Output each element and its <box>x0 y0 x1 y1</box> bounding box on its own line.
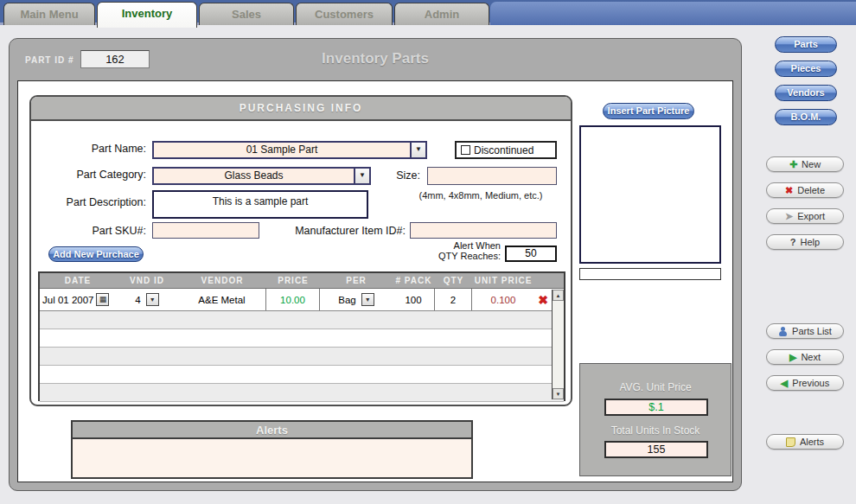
size-hint: (4mm, 4x8mm, Medium, etc.) <box>394 190 567 201</box>
tab-main-menu[interactable]: Main Menu <box>3 3 95 25</box>
chevron-down-icon[interactable]: ▼ <box>146 293 159 306</box>
avg-unit-price-label: AVG. Unit Price <box>580 381 731 393</box>
panel-body: PURCHASING INFO Part Name: 01 Sample Par… <box>17 80 733 482</box>
bom-button[interactable]: B.O.M. <box>775 109 837 125</box>
part-description-field[interactable]: This is a sample part <box>152 190 368 219</box>
chevron-down-icon[interactable]: ▼ <box>361 293 374 306</box>
purchases-table-header: DATE VND ID VENDOR PRICE PER # PACK QTY … <box>40 273 564 289</box>
alert-when-line2: QTY Reaches: <box>414 251 501 261</box>
previous-button[interactable]: ◀ Previous <box>766 375 844 391</box>
pack-cell[interactable]: 100 <box>393 289 435 310</box>
new-button[interactable]: ✚ New <box>766 156 844 172</box>
arrow-right-icon: ▶ <box>789 353 796 362</box>
picture-caption-field[interactable] <box>579 268 721 280</box>
export-button[interactable]: ➤ Export <box>766 208 844 224</box>
scroll-up-icon[interactable]: ▲ <box>553 290 564 301</box>
part-name-combo[interactable]: 01 Sample Part ▼ <box>152 141 427 159</box>
col-unit-price: UNIT PRICE <box>472 273 534 288</box>
pieces-button[interactable]: Pieces <box>775 61 837 77</box>
export-arrow-icon: ➤ <box>785 212 793 221</box>
chevron-down-icon[interactable]: ▼ <box>354 169 369 183</box>
insert-part-picture-button[interactable]: Insert Part Picture <box>603 103 694 119</box>
tab-admin[interactable]: Admin <box>394 3 489 25</box>
export-button-label: Export <box>797 211 825 221</box>
empty-table-row <box>40 366 564 384</box>
part-name-label: Part Name: <box>40 143 146 155</box>
delete-button-label: Delete <box>797 185 825 195</box>
alert-qty-field[interactable]: 50 <box>505 246 557 262</box>
tab-inventory[interactable]: Inventory <box>97 2 197 28</box>
col-vnd-id: VND ID <box>116 273 178 288</box>
arrow-left-icon: ◀ <box>781 379 788 388</box>
purchasing-info-group: PURCHASING INFO Part Name: 01 Sample Par… <box>29 95 572 406</box>
per-value: Bag <box>338 295 355 305</box>
total-units-field: 155 <box>604 441 708 458</box>
calendar-icon[interactable]: ▦ <box>96 293 109 306</box>
col-date: DATE <box>40 273 116 288</box>
alerts-content-field[interactable] <box>71 439 473 479</box>
delete-x-icon: ✖ <box>785 186 793 195</box>
size-field[interactable] <box>427 167 557 185</box>
panel-header: PART ID # 162 Inventory Parts <box>10 39 741 80</box>
discontinued-checkbox[interactable]: Discontinued <box>455 141 557 159</box>
unit-price-cell[interactable]: 0.100 <box>472 289 534 310</box>
vnd-id-cell[interactable]: 4 ▼ <box>116 289 178 310</box>
alerts-button-label: Alerts <box>800 437 824 447</box>
alert-when-label: Alert When QTY Reaches: <box>414 240 501 261</box>
table-scrollbar[interactable]: ▲ ▼ <box>552 290 564 399</box>
next-button[interactable]: ▶ Next <box>766 349 844 365</box>
empty-table-row <box>40 311 564 329</box>
part-description-label: Part Description: <box>40 196 146 208</box>
col-qty: QTY <box>435 273 472 288</box>
help-button[interactable]: ? Help <box>766 234 844 250</box>
parts-list-button-label: Parts List <box>792 326 832 336</box>
size-label: Size: <box>377 169 420 182</box>
delete-button[interactable]: ✖ Delete <box>766 182 844 198</box>
plus-icon: ✚ <box>789 160 797 169</box>
part-category-label: Part Category: <box>40 169 146 181</box>
note-icon <box>786 437 795 447</box>
parts-button[interactable]: Parts <box>775 36 837 53</box>
part-sku-label: Part SKU#: <box>40 225 146 237</box>
parts-list-button[interactable]: Parts List <box>766 323 844 339</box>
qty-cell[interactable]: 2 <box>435 289 472 310</box>
vendor-cell[interactable]: A&E Metal <box>178 289 266 310</box>
alerts-section-title: Alerts <box>71 420 473 439</box>
discontinued-label: Discontinued <box>474 144 533 156</box>
purchasing-info-title: PURCHASING INFO <box>31 97 571 121</box>
vendors-button[interactable]: Vendors <box>775 85 837 101</box>
empty-table-row <box>40 348 564 366</box>
purchase-date-value: Jul 01 2007 <box>42 295 93 305</box>
scroll-down-icon[interactable]: ▼ <box>553 388 564 399</box>
add-new-purchase-button[interactable]: Add New Purchace <box>48 246 144 262</box>
part-picture-box[interactable] <box>579 125 721 264</box>
next-button-label: Next <box>801 352 821 362</box>
empty-table-row <box>40 329 564 348</box>
col-price: PRICE <box>266 273 320 288</box>
per-cell[interactable]: Bag ▼ <box>320 289 393 310</box>
col-per: PER <box>320 273 393 288</box>
part-category-value: Glass Beads <box>154 169 354 183</box>
page-title: Inventory Parts <box>10 50 741 67</box>
manufacturer-item-label: Manufacturer Item ID#: <box>274 225 406 237</box>
manufacturer-item-field[interactable] <box>410 222 557 239</box>
price-cell[interactable]: 10.00 <box>266 289 320 310</box>
alerts-button[interactable]: Alerts <box>766 434 844 450</box>
tab-sales[interactable]: Sales <box>199 3 294 25</box>
person-icon <box>778 327 788 336</box>
part-category-combo[interactable]: Glass Beads ▼ <box>152 167 371 185</box>
empty-table-row <box>40 384 564 402</box>
question-icon: ? <box>790 238 796 247</box>
table-row: Jul 01 2007 ▦ 4 ▼ A&E Metal 10.00 Bag ▼ <box>40 289 564 311</box>
part-sku-field[interactable] <box>152 222 259 239</box>
part-name-value: 01 Sample Part <box>154 143 410 157</box>
purchase-date-cell[interactable]: Jul 01 2007 ▦ <box>40 289 116 310</box>
stats-box: AVG. Unit Price $.1 Total Units In Stock… <box>579 363 731 476</box>
checkbox-icon[interactable] <box>461 145 470 155</box>
tab-customers[interactable]: Customers <box>296 3 393 25</box>
purchases-table: DATE VND ID VENDOR PRICE PER # PACK QTY … <box>38 271 565 401</box>
delete-row-icon[interactable]: ✖ <box>534 289 552 310</box>
app-window: Main Menu Inventory Sales Customers Admi… <box>0 0 856 504</box>
tabbar-spacer <box>490 2 856 25</box>
chevron-down-icon[interactable]: ▼ <box>410 143 425 157</box>
